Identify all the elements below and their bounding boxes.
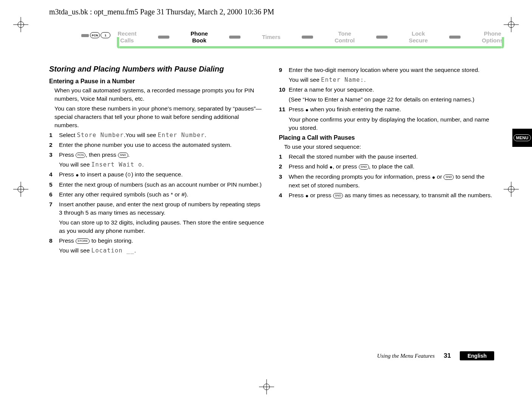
nav-item-timers: Timers <box>260 34 283 41</box>
smart-key-icon: ● <box>305 192 308 200</box>
step-text: Press <box>59 171 76 178</box>
nav-item-label: Lock <box>412 30 425 37</box>
lcd-text: Enter Name: <box>321 76 364 83</box>
nav-connector-icon <box>302 36 313 39</box>
lcd-text: Store Number <box>77 132 124 139</box>
step-text: Insert another pause, and enter the next… <box>59 201 261 216</box>
nav-item-label: Options <box>482 37 503 44</box>
store-key-icon: STORE <box>76 238 90 244</box>
lcd-text: Enter Number <box>158 132 205 139</box>
one-key-icon: 1 <box>101 32 110 38</box>
step-text: ) into the sequence. <box>131 171 183 178</box>
nav-item-label: Timers <box>262 34 281 40</box>
step-item: 3 When the recording prompts you for inf… <box>279 173 495 190</box>
nav-item-label: Phone <box>191 30 208 37</box>
step-text: , to place the call. <box>369 163 415 170</box>
nav-item-tone-control: Tone Control <box>332 30 357 44</box>
snd-key-icon: SND <box>359 164 369 170</box>
fcn-key-icon: FCN <box>76 153 85 158</box>
crop-mark-icon <box>504 182 519 197</box>
step-item: 4 Press ● or press SND as many times as … <box>279 191 495 200</box>
nav-connector-icon <box>158 36 169 39</box>
step-text: Press <box>59 237 76 244</box>
step-text: as many times as necessary, to transmit … <box>343 192 492 198</box>
footer-doc-title: Using the Menu Features <box>377 353 434 359</box>
step-item: 1 Select Store Number.You will see Enter… <box>49 131 265 139</box>
smart-key-icon: ● <box>329 163 332 171</box>
nav-item-lock-secure: Lock Secure <box>406 30 430 44</box>
nav-item-label: Recent <box>118 30 136 37</box>
step-item: 2 Enter the phone number you use to acce… <box>49 141 265 149</box>
nav-item-label: Control <box>335 37 355 44</box>
nav-connector-icon <box>376 36 388 39</box>
step-text: Press <box>59 151 76 158</box>
footer-page-number: 31 <box>444 352 451 360</box>
step-text: Recall the stored number with the pause … <box>289 153 418 160</box>
step-item: 1 Recall the stored number with the paus… <box>279 153 495 161</box>
step-text: . <box>205 132 206 138</box>
fcn-key-icon: FCN <box>90 32 100 38</box>
nav-item-label: Tone <box>338 30 351 37</box>
step-item: 8 Press STORE to begin storing. You will… <box>49 237 265 255</box>
step-text: when you finish entering the name. <box>309 106 401 112</box>
step-item: 11 Press ● when you finish entering the … <box>279 105 495 132</box>
nav-item-label: Phone <box>484 30 501 37</box>
nav-item-phone-book: Phone Book <box>188 30 210 44</box>
step-text: or <box>435 173 444 180</box>
step-item: 2 Press and hold ●, or press SND, to pla… <box>279 162 495 171</box>
nav-item-label: Calls <box>120 37 134 44</box>
footer-language-badge: English <box>460 351 494 360</box>
page-footer: Using the Menu Features 31 English <box>49 351 494 360</box>
lcd-text: Insert Wait o <box>92 161 142 168</box>
snd-key-icon: SND <box>118 153 128 158</box>
nav-key-combo: FCN 1 <box>90 32 110 38</box>
nav-start-bar-icon <box>81 34 89 37</box>
paragraph: You can store these numbers in your phon… <box>54 104 265 129</box>
nav-underline-icon <box>119 46 502 48</box>
snd-key-icon: SND <box>444 175 454 180</box>
paragraph: When you call automated systems, a recor… <box>54 86 265 103</box>
step-text: , then press <box>85 151 118 158</box>
step-item: 5 Enter the next group of numbers (such … <box>49 181 265 189</box>
sub-title: Entering a Pause in a Number <box>49 78 265 85</box>
step-text: You will see <box>59 247 92 254</box>
step-text: or press <box>309 192 333 198</box>
step-text: You will see <box>59 161 92 168</box>
menu-tab: MENU <box>512 129 532 147</box>
paragraph: To use your stored sequence: <box>284 143 495 151</box>
page-header: m3tda_us.bk : opt_menu.fm5 Page 31 Thurs… <box>49 8 274 16</box>
lcd-text: o <box>127 171 131 178</box>
step-text: . <box>142 161 144 168</box>
snd-key-icon: SND <box>333 193 343 198</box>
step-text: Select <box>59 132 77 138</box>
step-text: (See “How to Enter a Name” on page 22 fo… <box>289 95 495 104</box>
step-text: Press <box>289 106 306 112</box>
step-item: 9 Enter the two-digit memory location wh… <box>279 66 495 84</box>
smart-key-icon: ● <box>305 106 308 114</box>
step-text: Enter the two-digit memory location wher… <box>289 67 480 73</box>
sub-title: Placing a Call with Pauses <box>279 134 495 141</box>
step-text: You will see <box>289 76 321 83</box>
lcd-text: Location __ <box>92 247 135 254</box>
crop-mark-icon <box>259 379 274 394</box>
step-text: Your phone confirms your entry by displa… <box>289 115 495 132</box>
step-item: 7 Insert another pause, and enter the ne… <box>49 200 265 235</box>
nav-connector-icon <box>449 36 461 39</box>
crop-mark-icon <box>13 182 28 197</box>
nav-connector-icon <box>229 36 240 39</box>
step-item: 4 Press ● to insert a pause (o) into the… <box>49 170 265 179</box>
step-item: 10 Enter a name for your sequence. (See … <box>279 86 495 104</box>
step-text: . <box>128 151 130 158</box>
menu-tab-label: MENU <box>513 134 531 141</box>
step-item: 6 Enter any other required symbols (such… <box>49 190 265 199</box>
step-text: to begin storing. <box>90 237 133 244</box>
step-text: Enter the next group of numbers (such as… <box>59 181 262 188</box>
step-text: You can store up to 32 digits, including… <box>59 218 265 235</box>
section-title: Storing and Placing Numbers with Pause D… <box>49 64 265 73</box>
step-text: Enter the phone number you use to access… <box>59 142 232 148</box>
crop-mark-icon <box>13 17 28 32</box>
step-text: Enter a name for your sequence. <box>289 86 374 93</box>
step-text: When the recording prompts you for infor… <box>289 173 432 180</box>
nav-item-label: Book <box>192 37 206 44</box>
nav-breadcrumb: FCN 1 Recent Calls Phone Book Timers Ton… <box>76 30 506 57</box>
